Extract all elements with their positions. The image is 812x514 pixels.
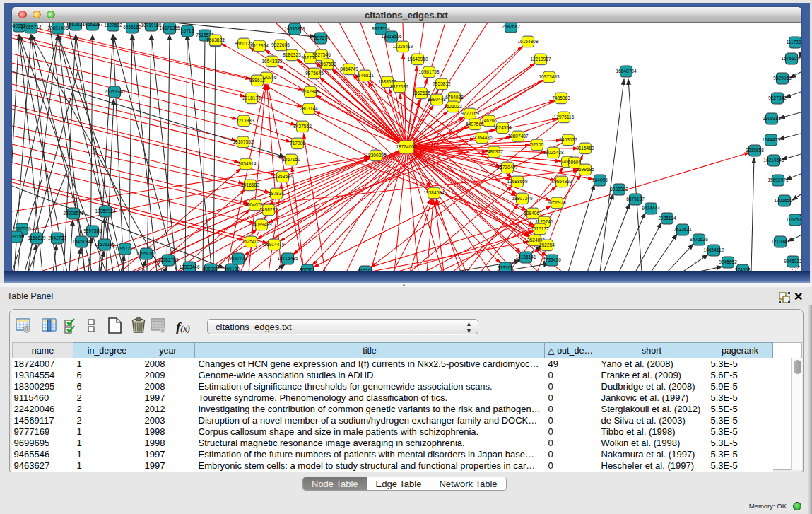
- svg-text:21364436: 21364436: [471, 135, 493, 140]
- svg-text:17016504: 17016504: [774, 198, 795, 203]
- svg-text:9699695: 9699695: [576, 167, 594, 172]
- svg-text:9146821: 9146821: [355, 73, 374, 78]
- svg-text:9245022: 9245022: [784, 259, 801, 264]
- svg-text:12213383: 12213383: [233, 118, 254, 123]
- svg-text:2718176: 2718176: [242, 95, 261, 100]
- svg-text:15720407: 15720407: [497, 165, 518, 170]
- svg-text:14136141: 14136141: [515, 255, 536, 259]
- svg-text:2967608: 2967608: [318, 62, 336, 66]
- svg-text:16210643: 16210643: [763, 158, 784, 163]
- svg-text:16107552: 16107552: [233, 139, 254, 144]
- svg-text:12923446: 12923446: [179, 264, 200, 269]
- svg-text:8990448: 8990448: [428, 97, 446, 102]
- svg-text:587834: 587834: [269, 191, 284, 196]
- svg-text:7955812: 7955812: [433, 81, 451, 86]
- svg-text:924503: 924503: [735, 267, 751, 271]
- svg-text:9777169: 9777169: [461, 111, 479, 116]
- svg-text:13716485: 13716485: [277, 256, 298, 261]
- svg-text:18300295: 18300295: [365, 153, 387, 158]
- svg-text:1362615: 1362615: [412, 90, 430, 95]
- svg-text:9329966: 9329966: [773, 76, 792, 81]
- svg-text:9756928: 9756928: [548, 200, 566, 205]
- svg-text:19854914: 19854914: [235, 161, 257, 166]
- svg-text:252254: 252254: [539, 243, 555, 247]
- svg-text:10688609: 10688609: [507, 179, 528, 184]
- svg-text:18807249: 18807249: [512, 196, 533, 201]
- svg-text:16033809: 16033809: [284, 26, 305, 31]
- svg-text:16543382: 16543382: [261, 59, 283, 64]
- svg-text:905133: 905133: [224, 267, 240, 271]
- svg-text:11353594: 11353594: [273, 174, 293, 179]
- svg-text:10025438: 10025438: [543, 150, 564, 155]
- svg-text:1615132: 1615132: [531, 226, 549, 231]
- svg-text:1916682: 1916682: [241, 182, 259, 187]
- svg-text:9227342: 9227342: [768, 95, 787, 100]
- svg-text:15640910: 15640910: [407, 57, 428, 62]
- svg-text:9474444: 9474444: [642, 206, 660, 211]
- svg-text:16648784: 16648784: [616, 69, 637, 74]
- svg-text:2626506: 2626506: [13, 226, 31, 231]
- svg-text:16782759: 16782759: [158, 257, 179, 262]
- svg-text:1945194: 1945194: [72, 239, 90, 244]
- svg-text:746266: 746266: [481, 118, 497, 123]
- svg-text:12505185: 12505185: [94, 242, 115, 247]
- svg-text:9327546: 9327546: [312, 52, 331, 57]
- svg-text:9242848: 9242848: [301, 89, 319, 94]
- svg-text:6879197: 6879197: [626, 197, 645, 201]
- svg-text:10653287: 10653287: [82, 23, 103, 27]
- svg-text:8322037: 8322037: [390, 84, 408, 89]
- svg-text:15692971: 15692971: [767, 177, 789, 182]
- svg-text:10973493: 10973493: [539, 74, 560, 79]
- svg-text:6794028: 6794028: [445, 95, 464, 100]
- svg-text:1210343: 1210343: [771, 239, 789, 244]
- svg-text:9457771: 9457771: [229, 256, 247, 261]
- svg-text:7357274: 7357274: [312, 35, 330, 40]
- svg-text:9322605: 9322605: [271, 42, 290, 47]
- svg-text:6466160: 6466160: [123, 25, 141, 30]
- svg-text:7632621: 7632621: [673, 227, 692, 232]
- svg-text:8813054: 8813054: [372, 26, 390, 31]
- svg-text:12975115: 12975115: [554, 115, 575, 119]
- svg-text:9997586: 9997586: [83, 228, 102, 233]
- svg-text:10958107: 10958107: [136, 251, 157, 256]
- svg-text:20206576: 20206576: [63, 211, 84, 216]
- svg-text:939159: 939159: [12, 234, 24, 239]
- svg-text:9463627: 9463627: [559, 137, 577, 142]
- svg-text:913305: 913305: [498, 265, 513, 270]
- svg-text:14099489: 14099489: [251, 222, 272, 227]
- svg-text:8454749: 8454749: [340, 66, 358, 71]
- svg-text:17359924: 17359924: [95, 209, 116, 214]
- svg-text:7485063: 7485063: [552, 95, 570, 100]
- svg-text:1209383: 1209383: [763, 116, 781, 121]
- svg-text:19218506: 19218506: [381, 34, 402, 39]
- svg-text:3215958: 3215958: [746, 148, 764, 153]
- svg-text:806301: 806301: [300, 267, 315, 271]
- svg-text:16914479: 16914479: [264, 242, 285, 247]
- svg-text:18724007: 18724007: [396, 144, 417, 149]
- svg-text:2687682: 2687682: [502, 24, 520, 29]
- svg-text:1117304: 1117304: [787, 40, 801, 45]
- svg-text:2935114: 2935114: [658, 216, 676, 221]
- svg-text:16154808: 16154808: [517, 39, 539, 44]
- svg-text:19384554: 19384554: [423, 190, 445, 195]
- svg-text:8912954: 8912954: [250, 43, 269, 48]
- svg-text:7663822: 7663822: [206, 37, 225, 42]
- svg-text:164095: 164095: [592, 177, 608, 182]
- svg-text:10654112: 10654112: [704, 247, 724, 252]
- svg-text:3624554: 3624554: [493, 125, 512, 130]
- svg-text:1527602: 1527602: [104, 23, 122, 28]
- svg-text:11325419: 11325419: [393, 44, 413, 49]
- svg-text:16671355: 16671355: [159, 25, 180, 30]
- svg-text:19654923: 19654923: [551, 179, 572, 184]
- svg-text:717006: 717006: [290, 141, 305, 146]
- svg-text:1167533: 1167533: [786, 217, 801, 222]
- svg-text:15751074: 15751074: [781, 56, 801, 61]
- svg-text:913304: 913304: [358, 269, 373, 271]
- svg-text:989612: 989612: [249, 78, 265, 83]
- svg-text:9875645: 9875645: [305, 71, 324, 76]
- svg-text:17957225: 17957225: [114, 246, 136, 251]
- svg-text:16961758: 16961758: [418, 69, 440, 74]
- svg-text:8186323: 8186323: [283, 52, 301, 57]
- svg-text:2803144: 2803144: [300, 106, 318, 111]
- svg-text:20691406: 20691406: [47, 25, 69, 30]
